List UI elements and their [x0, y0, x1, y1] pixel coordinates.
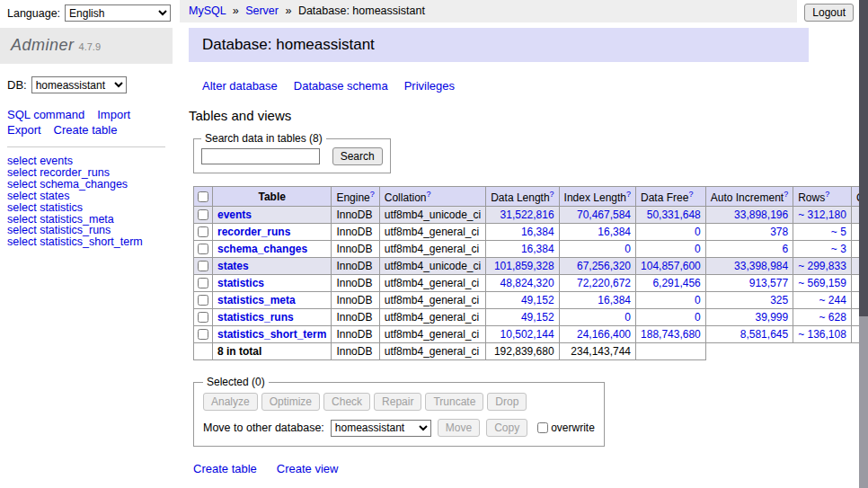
move-button[interactable]: Move — [438, 419, 480, 437]
auto-increment-link[interactable]: 33,898,196 — [734, 209, 788, 221]
data-length-link[interactable]: 101,859,328 — [494, 260, 554, 272]
index-length-link[interactable]: 72,220,672 — [577, 277, 631, 289]
data-length-link[interactable]: 10,502,144 — [500, 328, 554, 341]
repair-button[interactable]: Repair — [374, 393, 421, 411]
truncate-button[interactable]: Truncate — [425, 393, 483, 411]
language-select[interactable]: English — [65, 4, 171, 22]
row-checkbox[interactable] — [198, 329, 208, 340]
auto-increment-link[interactable]: 6 — [782, 243, 788, 255]
rows-count-link[interactable]: ~ 5 — [831, 226, 846, 238]
search-button[interactable]: Search — [332, 147, 383, 165]
index-length-link[interactable]: 0 — [624, 311, 631, 324]
data-length-link[interactable]: 48,824,320 — [500, 277, 554, 289]
index-length-link[interactable]: 24,166,400 — [577, 328, 631, 341]
scrollbar-thumb[interactable] — [859, 0, 868, 316]
rows-count-link[interactable]: ~ 299,833 — [798, 260, 846, 272]
row-checkbox[interactable] — [198, 244, 208, 254]
index-length-link[interactable]: 0 — [624, 243, 631, 255]
table-name-link[interactable]: schema_changes — [217, 243, 307, 255]
copy-button[interactable]: Copy — [486, 419, 527, 437]
rows-count-link[interactable]: ~ 3 — [831, 243, 846, 255]
data-free-link[interactable]: 50,331,648 — [647, 209, 701, 221]
table-name-link[interactable]: statistics_runs — [217, 311, 294, 324]
select-schema-changes-link[interactable]: select schema_changes — [7, 179, 173, 191]
table-name-link[interactable]: recorder_runs — [217, 226, 290, 238]
rows-count-link[interactable]: ~ 312,180 — [798, 209, 846, 221]
row-checkbox[interactable] — [198, 295, 208, 306]
index-length-link[interactable]: 67,256,320 — [577, 260, 631, 272]
export-link[interactable]: Export — [7, 123, 41, 137]
help-link[interactable]: ? — [626, 190, 631, 199]
data-free-link[interactable]: 6,291,456 — [652, 277, 700, 289]
table-name-link[interactable]: statistics_short_term — [217, 328, 326, 341]
search-input[interactable] — [201, 148, 320, 164]
rows-count-link[interactable]: ~ 628 — [819, 311, 846, 324]
data-free-link[interactable]: 0 — [695, 311, 701, 324]
auto-increment-link[interactable]: 8,581,645 — [740, 328, 788, 341]
help-link[interactable]: ? — [784, 190, 788, 199]
database-schema-link[interactable]: Database schema — [294, 79, 388, 93]
row-checkbox[interactable] — [198, 226, 208, 237]
alter-database-link[interactable]: Alter database — [202, 79, 278, 93]
select-recorder-runs-link[interactable]: select recorder_runs — [7, 167, 173, 179]
db-select[interactable]: homeassistant — [31, 76, 127, 93]
help-sup: ? — [626, 189, 631, 199]
select-all-checkbox[interactable] — [198, 191, 208, 202]
overwrite-checkbox[interactable] — [537, 422, 548, 433]
data-free-link[interactable]: 0 — [695, 226, 701, 238]
table-name-link[interactable]: states — [217, 260, 249, 272]
breadcrumb-link-mysql[interactable]: MySQL — [189, 4, 226, 17]
rows-count-link[interactable]: ~ 136,108 — [798, 328, 846, 341]
privileges-link[interactable]: Privileges — [404, 79, 455, 93]
data-free-link[interactable]: 0 — [695, 243, 701, 255]
table-name-link[interactable]: events — [217, 209, 252, 221]
help-link[interactable]: ? — [825, 190, 829, 199]
auto-increment-link[interactable]: 325 — [770, 294, 788, 306]
select-events-link[interactable]: select events — [7, 155, 173, 167]
auto-increment-link[interactable]: 39,999 — [755, 311, 788, 324]
db-selector-row: DB:homeassistant — [7, 76, 173, 93]
move-db-select[interactable]: homeassistant — [331, 420, 431, 437]
help-link[interactable]: ? — [370, 190, 375, 199]
row-checkbox[interactable] — [198, 278, 208, 288]
row-checkbox[interactable] — [198, 261, 208, 271]
select-states-link[interactable]: select states — [7, 191, 173, 202]
optimize-button[interactable]: Optimize — [261, 393, 320, 411]
create-table-link-sidebar[interactable]: Create table — [54, 123, 118, 137]
data-length-link[interactable]: 16,384 — [521, 243, 554, 255]
select-statistics-short-term-link[interactable]: select statistics_short_term — [7, 236, 173, 248]
data-free-link[interactable]: 104,857,600 — [641, 260, 701, 272]
index-length-link[interactable]: 16,384 — [598, 294, 631, 306]
help-link[interactable]: ? — [426, 190, 430, 199]
index-length-link[interactable]: 70,467,584 — [577, 209, 631, 221]
row-checkbox[interactable] — [198, 312, 208, 323]
data-length-link[interactable]: 49,152 — [521, 311, 554, 324]
auto-increment-link[interactable]: 378 — [770, 226, 788, 238]
sql-command-link[interactable]: SQL command — [7, 108, 84, 121]
breadcrumb-link-server[interactable]: Server — [245, 4, 279, 17]
auto-increment-link[interactable]: 33,398,984 — [734, 260, 788, 272]
check-button[interactable]: Check — [323, 393, 370, 411]
data-free-link[interactable]: 188,743,680 — [641, 328, 701, 341]
import-link[interactable]: Import — [97, 108, 130, 121]
data-length-link[interactable]: 49,152 — [521, 294, 554, 306]
rows-count-link[interactable]: ~ 569,159 — [798, 277, 846, 289]
rows-count-link[interactable]: ~ 244 — [819, 294, 846, 306]
help-link[interactable]: ? — [550, 190, 554, 199]
drop-button[interactable]: Drop — [487, 393, 527, 411]
data-length-link[interactable]: 31,522,816 — [500, 209, 554, 221]
index-length-link[interactable]: 16,384 — [598, 226, 631, 238]
logout-button[interactable]: Logout — [804, 4, 854, 22]
create-table-link[interactable]: Create table — [193, 462, 257, 475]
data-free-link[interactable]: 0 — [695, 294, 701, 306]
analyze-button[interactable]: Analyze — [203, 393, 258, 411]
table-name-link[interactable]: statistics — [217, 277, 264, 289]
table-name-link[interactable]: statistics_meta — [217, 294, 296, 306]
row-checkbox[interactable] — [198, 209, 208, 220]
auto-increment-link[interactable]: 913,577 — [749, 277, 788, 289]
help-link[interactable]: ? — [688, 190, 693, 199]
select-statistics-link[interactable]: select statistics — [7, 202, 173, 214]
data-length-link[interactable]: 16,384 — [521, 226, 554, 238]
scrollbar[interactable] — [859, 0, 868, 488]
create-view-link[interactable]: Create view — [277, 462, 339, 475]
